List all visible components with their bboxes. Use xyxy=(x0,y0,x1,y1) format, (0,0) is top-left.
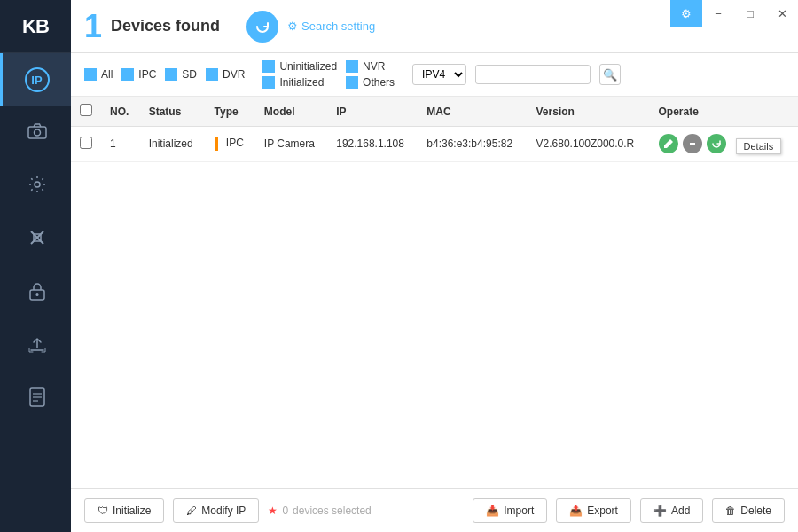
reload-button[interactable] xyxy=(707,134,726,153)
delete-button[interactable]: 🗑 Delete xyxy=(712,498,785,523)
header-version: Version xyxy=(528,97,650,127)
gear-icon xyxy=(27,175,47,199)
all-label: All xyxy=(101,68,113,81)
add-label: Add xyxy=(671,505,690,517)
others-checkbox[interactable] xyxy=(346,76,358,89)
delete-label: Delete xyxy=(740,505,771,517)
delete-op-icon xyxy=(687,138,698,149)
filter-bar: All IPC SD DVR Uninitialized Initialized xyxy=(71,53,798,97)
import-icon: 📥 xyxy=(486,505,499,517)
edit-icon xyxy=(663,138,674,149)
ipc-checkbox[interactable] xyxy=(121,68,134,81)
maximize-icon: □ xyxy=(747,7,754,20)
sidebar-item-tools[interactable] xyxy=(0,213,71,266)
add-button[interactable]: ➕ Add xyxy=(640,498,703,523)
delete-op-button[interactable] xyxy=(683,134,702,153)
logo-text: KB xyxy=(22,15,49,38)
header-type: Type xyxy=(206,97,255,127)
row-no: 1 xyxy=(101,127,140,162)
dvr-label: DVR xyxy=(223,68,245,81)
uninitialized-label: Uninitialized xyxy=(279,60,337,73)
sidebar-item-settings[interactable] xyxy=(0,160,71,213)
device-count: 1 xyxy=(84,8,102,45)
sidebar-item-docs[interactable] xyxy=(0,372,71,426)
table-row: 1 Initialized IPC IP Camera 192.168.1.10… xyxy=(71,127,798,162)
reload-icon xyxy=(711,138,722,149)
filter-ipc[interactable]: IPC xyxy=(121,68,156,81)
filter-initialized[interactable]: Initialized xyxy=(262,76,337,89)
window-controls: ⚙ − □ ✕ xyxy=(670,0,798,27)
filter-all[interactable]: All xyxy=(84,68,113,81)
filter-dvr[interactable]: DVR xyxy=(206,68,245,81)
restore-button[interactable]: − xyxy=(702,0,734,27)
maximize-button[interactable]: □ xyxy=(734,0,766,27)
sidebar-item-ip[interactable]: IP xyxy=(0,53,71,106)
header-ip: IP xyxy=(327,97,418,127)
header-no: NO. xyxy=(101,97,140,127)
minimize-button[interactable]: ⚙ xyxy=(670,0,702,27)
others-label: Others xyxy=(363,76,395,89)
filter-nvr[interactable]: NVR xyxy=(346,60,395,73)
filter-uninitialized[interactable]: Uninitialized xyxy=(262,60,337,73)
star-icon: ★ xyxy=(268,505,278,517)
camera-icon xyxy=(27,123,47,144)
type-value: IPC xyxy=(226,137,244,150)
sidebar-item-lock[interactable] xyxy=(0,266,71,319)
export-icon: 📤 xyxy=(569,505,583,517)
details-tooltip: Details xyxy=(736,138,782,154)
search-icon: 🔍 xyxy=(603,68,617,82)
ip-version-select[interactable]: IPV4 IPV6 xyxy=(412,64,466,85)
header-operate: Operate xyxy=(650,97,799,127)
delete-icon: 🗑 xyxy=(725,505,736,517)
modify-ip-label: Modify IP xyxy=(201,505,246,517)
sidebar-logo: KB xyxy=(0,0,71,53)
selected-text: devices selected xyxy=(293,505,372,517)
export-button[interactable]: 📤 Export xyxy=(556,498,631,523)
selected-info: ★ 0 devices selected xyxy=(268,505,371,517)
close-icon: ✕ xyxy=(778,7,787,20)
sidebar-item-upload[interactable] xyxy=(0,319,71,372)
export-label: Export xyxy=(587,505,618,517)
initialize-label: Initialize xyxy=(113,505,151,517)
uninitialized-checkbox[interactable] xyxy=(262,60,275,73)
edit-button[interactable] xyxy=(659,134,678,153)
import-button[interactable]: 📥 Import xyxy=(473,498,547,523)
sidebar-item-camera[interactable] xyxy=(0,106,71,160)
restore-icon: − xyxy=(715,7,722,20)
row-1-checkbox[interactable] xyxy=(80,137,92,149)
refresh-button[interactable] xyxy=(246,11,278,43)
device-table-container: NO. Status Type Model IP MAC Version Ope… xyxy=(71,97,798,488)
all-checkbox[interactable] xyxy=(84,68,97,81)
refresh-icon xyxy=(254,19,270,35)
row-model: IP Camera xyxy=(255,127,327,162)
search-input[interactable] xyxy=(475,65,591,84)
sd-label: SD xyxy=(182,68,197,81)
modify-ip-icon: 🖊 xyxy=(186,505,197,517)
row-ip: 192.168.1.108 xyxy=(327,127,418,162)
initialize-button[interactable]: 🛡 Initialize xyxy=(84,498,164,523)
row-checkbox-cell[interactable] xyxy=(71,127,101,162)
modify-ip-button[interactable]: 🖊 Modify IP xyxy=(173,498,259,523)
tools-icon xyxy=(27,228,47,252)
ip-icon: IP xyxy=(25,67,50,92)
svg-rect-0 xyxy=(28,127,46,138)
header-checkbox-cell[interactable] xyxy=(71,97,101,127)
initialized-label: Initialized xyxy=(279,76,324,89)
shield-icon: 🛡 xyxy=(98,505,108,517)
dvr-checkbox[interactable] xyxy=(206,68,218,81)
nvr-others-filters: NVR Others xyxy=(346,60,395,89)
filter-others[interactable]: Others xyxy=(346,76,395,89)
search-setting-link[interactable]: ⚙ Search setting xyxy=(287,20,375,33)
gear-icon: ⚙ xyxy=(287,20,298,33)
sd-checkbox[interactable] xyxy=(165,68,177,81)
svg-point-7 xyxy=(35,293,38,296)
upload-icon xyxy=(28,334,46,358)
nvr-checkbox[interactable] xyxy=(346,60,358,73)
filter-sd[interactable]: SD xyxy=(165,68,197,81)
header-mac: MAC xyxy=(418,97,527,127)
initialized-checkbox[interactable] xyxy=(262,76,275,89)
search-button[interactable]: 🔍 xyxy=(599,64,621,85)
close-button[interactable]: ✕ xyxy=(766,0,798,27)
main-content: 1 Devices found ⚙ Search setting ⚙ − □ ✕ xyxy=(71,0,798,532)
select-all-checkbox[interactable] xyxy=(80,104,92,116)
